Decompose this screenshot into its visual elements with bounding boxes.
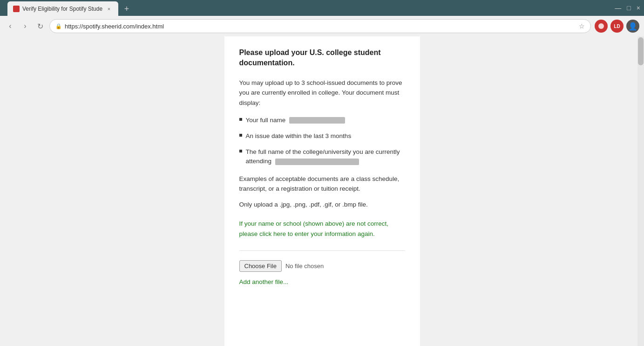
bullet-text-3: The full name of the college/university … <box>246 147 405 166</box>
file-input-row: Choose File No file chosen <box>239 260 405 272</box>
maximize-button[interactable]: □ <box>627 4 630 12</box>
description-text: You may upload up to 3 school-issued doc… <box>239 78 405 108</box>
refresh-button[interactable]: ↻ <box>34 21 46 32</box>
address-bar[interactable]: 🔒 https://spotify.sheerid.com/index.html… <box>49 19 591 33</box>
add-another-file-link[interactable]: Add another file... <box>239 278 289 285</box>
redacted-school <box>275 159 359 165</box>
extension-icon-1[interactable] <box>595 20 608 33</box>
page-content: Please upload your U.S. college student … <box>0 36 644 346</box>
bullet-icon <box>239 118 242 121</box>
close-button[interactable]: × <box>637 4 640 12</box>
tab-label: Verify Eligibility for Spotify Stude <box>22 6 102 12</box>
requirements-list: Your full name An issue date within the … <box>239 116 405 166</box>
bullet-icon <box>239 150 242 152</box>
tab-close-icon[interactable]: × <box>105 5 113 13</box>
url-text: https://spotify.sheerid.com/index.html <box>65 23 164 30</box>
bullet-icon <box>239 134 242 137</box>
new-tab-button[interactable]: + <box>120 2 133 15</box>
bullet-text-2: An issue date within the last 3 months <box>246 131 352 141</box>
window-controls: — □ × <box>615 4 640 12</box>
list-item: The full name of the college/university … <box>239 147 405 166</box>
main-card: Please upload your U.S. college student … <box>224 36 420 346</box>
examples-text: Examples of acceptable documents are a c… <box>239 174 405 194</box>
file-types-text: Only upload a .jpg, .png, .pdf, .gif, or… <box>239 200 405 210</box>
no-file-label: No file chosen <box>285 263 324 270</box>
svg-point-0 <box>598 23 604 29</box>
scrollbar-thumb[interactable] <box>638 37 644 65</box>
choose-file-button[interactable]: Choose File <box>239 260 282 272</box>
active-tab[interactable]: Verify Eligibility for Spotify Stude × <box>7 1 118 16</box>
bookmark-icon[interactable]: ☆ <box>579 22 585 30</box>
file-upload-section: Choose File No file chosen Add another f… <box>239 250 405 286</box>
title-bar: Verify Eligibility for Spotify Stude × +… <box>0 0 644 16</box>
list-item: An issue date within the last 3 months <box>239 131 405 141</box>
shield-icon <box>598 23 604 29</box>
bullet-text-1: Your full name <box>246 116 346 125</box>
scrollbar[interactable] <box>637 36 644 346</box>
redacted-name <box>289 117 345 124</box>
lock-icon: 🔒 <box>55 23 62 29</box>
browser-chrome: Verify Eligibility for Spotify Stude × +… <box>0 0 644 36</box>
minimize-button[interactable]: — <box>615 4 621 12</box>
extension-icon-2[interactable]: LD <box>610 20 624 33</box>
back-button[interactable]: ‹ <box>5 21 16 32</box>
tabs-area: Verify Eligibility for Spotify Stude × + <box>4 0 137 16</box>
content-wrapper: Please upload your U.S. college student … <box>0 36 644 346</box>
address-bar-row: ‹ › ↻ 🔒 https://spotify.sheerid.com/inde… <box>0 16 644 36</box>
tab-favicon <box>13 6 20 12</box>
browser-icons: LD 👤 <box>595 20 639 33</box>
correction-link[interactable]: If your name or school (shown above) are… <box>239 219 405 239</box>
list-item: Your full name <box>239 116 405 125</box>
user-avatar[interactable]: 👤 <box>626 20 639 33</box>
page-title: Please upload your U.S. college student … <box>239 48 405 69</box>
forward-button[interactable]: › <box>20 21 31 32</box>
